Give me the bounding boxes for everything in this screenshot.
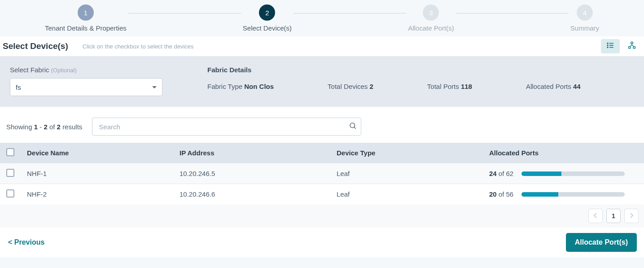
- svg-rect-6: [631, 42, 633, 44]
- fabric-select-label: Select Fabric (Optional): [10, 66, 180, 74]
- allocated-ports-text: 24 of 62: [489, 170, 513, 177]
- step-connector: [128, 13, 241, 13]
- chevron-left-icon: [593, 212, 598, 220]
- header-device-type[interactable]: Device Type: [330, 143, 483, 163]
- allocated-ports-progress: [521, 171, 625, 176]
- header-device-name[interactable]: Device Name: [21, 143, 173, 163]
- cell-device-type: Leaf: [330, 184, 483, 205]
- fabric-select-dropdown[interactable]: fs: [10, 78, 162, 96]
- row-checkbox[interactable]: [6, 169, 14, 177]
- cell-ip-address: 10.20.246.6: [173, 184, 330, 205]
- cell-allocated-ports: 24 of 62: [483, 163, 644, 184]
- fabric-details-title: Fabric Details: [207, 66, 634, 74]
- allocated-ports-stat: Allocated Ports 44: [526, 83, 581, 90]
- header-allocated-ports[interactable]: Allocated Ports: [483, 143, 644, 163]
- cell-allocated-ports: 20 of 56: [483, 184, 644, 205]
- table-header-row: Device Name IP Address Device Type Alloc…: [0, 143, 644, 163]
- total-ports-stat: Total Ports 118: [427, 83, 472, 90]
- wizard-stepper: 1 Tenant Details & Properties 2 Select D…: [0, 0, 644, 36]
- svg-point-1: [607, 45, 608, 46]
- svg-rect-7: [629, 47, 631, 48]
- allocate-ports-button[interactable]: Allocate Port(s): [566, 233, 637, 252]
- svg-line-10: [630, 45, 632, 47]
- total-devices-stat: Total Devices 2: [328, 83, 373, 90]
- pagination: 1: [0, 204, 644, 228]
- svg-line-11: [632, 45, 634, 47]
- fabric-type-label: Fabric Type: [207, 83, 242, 90]
- svg-point-0: [607, 43, 608, 44]
- step-4-label: Summary: [570, 24, 599, 32]
- step-2-label: Select Device(s): [243, 24, 292, 32]
- chevron-right-icon: [629, 212, 634, 220]
- step-3-label: Allocate Port(s): [408, 24, 454, 32]
- results-suffix: results: [62, 123, 82, 131]
- list-icon: [606, 41, 615, 51]
- table-row: NHF-210.20.246.6Leaf20 of 56: [0, 184, 644, 205]
- step-4: 4 Summary: [570, 4, 599, 32]
- search-input[interactable]: [92, 118, 361, 136]
- step-2-circle: 2: [259, 4, 275, 21]
- select-all-checkbox[interactable]: [6, 148, 14, 156]
- devices-table: Device Name IP Address Device Type Alloc…: [0, 143, 644, 204]
- results-of: of: [49, 123, 55, 131]
- results-to: 2: [44, 123, 47, 131]
- step-1-label: Tenant Details & Properties: [45, 24, 127, 32]
- svg-point-2: [607, 47, 608, 48]
- pagination-prev-button[interactable]: [588, 209, 603, 223]
- step-2[interactable]: 2 Select Device(s): [243, 4, 292, 32]
- fabric-type-stat: Fabric Type Non Clos: [207, 83, 274, 90]
- row-checkbox[interactable]: [6, 189, 14, 198]
- cell-device-name: NHF-2: [21, 184, 173, 205]
- page-title: Select Device(s): [3, 41, 68, 51]
- list-view-button[interactable]: [601, 39, 620, 53]
- cell-device-name: NHF-1: [21, 163, 173, 184]
- total-devices-value: 2: [369, 83, 373, 90]
- step-3-circle: 3: [423, 4, 439, 21]
- total-ports-value: 118: [461, 83, 472, 90]
- previous-button[interactable]: < Previous: [8, 238, 44, 246]
- cell-ip-address: 10.20.246.5: [173, 163, 330, 184]
- results-dash: -: [39, 123, 42, 131]
- table-row: NHF-110.20.246.5Leaf24 of 62: [0, 163, 644, 184]
- svg-rect-8: [633, 47, 635, 48]
- view-toggle-group: [601, 39, 641, 53]
- fabric-select-label-text: Select Fabric: [10, 66, 49, 74]
- fabric-select-optional: (Optional): [51, 67, 77, 74]
- topology-view-button[interactable]: [622, 39, 641, 53]
- allocated-ports-text: 20 of 56: [489, 190, 513, 198]
- step-connector: [456, 13, 569, 13]
- results-total: 2: [57, 123, 61, 131]
- step-4-circle: 4: [577, 4, 593, 21]
- pagination-next-button[interactable]: [624, 209, 639, 223]
- header-checkbox-cell: [0, 143, 21, 163]
- results-bar: Showing 1 - 2 of 2 results: [0, 107, 644, 143]
- fabric-type-value: Non Clos: [244, 83, 274, 90]
- cell-device-type: Leaf: [330, 163, 483, 184]
- results-count-text: Showing 1 - 2 of 2 results: [6, 123, 82, 131]
- allocated-ports-progress: [521, 192, 625, 197]
- step-1[interactable]: 1 Tenant Details & Properties: [45, 4, 127, 32]
- allocated-ports-label: Allocated Ports: [526, 83, 571, 90]
- fabric-panel: Select Fabric (Optional) fs Fabric Detai…: [0, 56, 644, 107]
- header-ip-address[interactable]: IP Address: [173, 143, 330, 163]
- total-ports-label: Total Ports: [427, 83, 459, 90]
- wizard-footer: < Previous Allocate Port(s): [0, 228, 644, 257]
- results-prefix: Showing: [6, 123, 32, 131]
- chevron-down-icon: [152, 86, 157, 88]
- step-1-circle: 1: [78, 4, 94, 21]
- section-header: Select Device(s) Click on the checkbox t…: [0, 36, 644, 56]
- search-box: [92, 118, 361, 136]
- total-devices-label: Total Devices: [328, 83, 368, 90]
- results-from: 1: [34, 123, 38, 131]
- section-hint: Click on the checkbox to select the devi…: [83, 43, 194, 50]
- fabric-select-value: fs: [16, 83, 21, 91]
- topology-icon: [627, 41, 636, 51]
- step-connector: [294, 13, 406, 13]
- allocated-ports-value: 44: [573, 83, 581, 90]
- pagination-current-page[interactable]: 1: [606, 209, 621, 223]
- step-3: 3 Allocate Port(s): [408, 4, 454, 32]
